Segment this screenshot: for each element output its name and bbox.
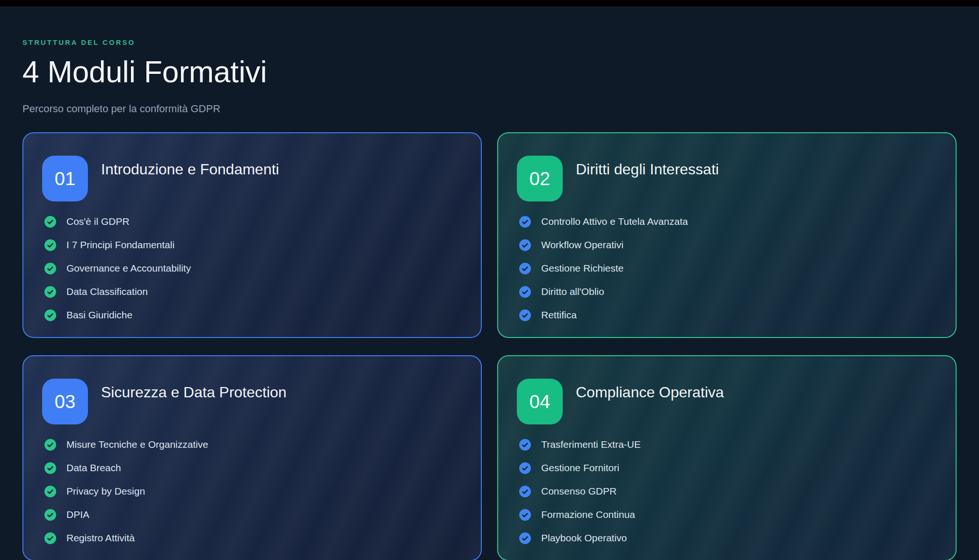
check-icon: [519, 239, 531, 251]
module-topic-row: Misure Tecniche e Organizzative: [44, 433, 462, 456]
module-topic-label: Trasferimenti Extra-UE: [541, 438, 641, 450]
module-topic-label: Data Classification: [66, 286, 148, 297]
module-topic-label: Misure Tecniche e Organizzative: [66, 438, 208, 450]
check-icon: [519, 486, 531, 497]
module-topic-row: I 7 Principi Fondamentali: [44, 233, 462, 257]
module-topic-label: DPIA: [66, 509, 89, 520]
module-topic-row: Formazione Continua: [519, 503, 937, 526]
check-icon: [519, 532, 531, 544]
check-icon: [44, 286, 56, 298]
module-topic-row: Gestione Richieste: [519, 257, 937, 280]
module-topic-label: I 7 Principi Fondamentali: [66, 239, 174, 251]
module-card-01: 01 Introduzione e Fondamenti Cos'è il GD…: [22, 132, 482, 338]
check-icon: [519, 216, 531, 228]
check-icon: [44, 532, 56, 544]
module-topic-row: Cos'è il GDPR: [44, 210, 462, 233]
check-icon: [519, 286, 531, 298]
module-topic-row: Trasferimenti Extra-UE: [519, 433, 937, 456]
page-title: 4 Moduli Formativi: [22, 54, 957, 90]
module-topic-label: Diritto all'Oblio: [541, 286, 604, 297]
module-number-badge: 04: [517, 379, 563, 424]
module-topic-row: Data Breach: [44, 456, 462, 480]
module-topic-label: Controllo Attivo e Tutela Avanzata: [541, 215, 688, 227]
module-topic-row: Registro Attività: [44, 526, 462, 550]
module-topic-label: Workflow Operativi: [541, 239, 624, 251]
module-topic-label: Governance e Accountability: [66, 262, 191, 274]
module-number-badge: 03: [42, 379, 88, 424]
module-topic-label: Playbook Operativo: [541, 532, 627, 544]
module-topic-label: Consenso GDPR: [541, 485, 616, 497]
module-topic-row: Controllo Attivo e Tutela Avanzata: [519, 210, 937, 233]
module-topic-label: Rettifica: [541, 309, 577, 321]
module-card-04: 04 Compliance Operativa Trasferimenti Ex…: [497, 355, 957, 560]
check-icon: [519, 509, 531, 521]
module-header: 04 Compliance Operativa: [517, 379, 937, 424]
check-icon: [519, 309, 531, 321]
module-topic-row: Playbook Operativo: [519, 526, 937, 550]
course-structure-section: STRUTTURA DEL CORSO 4 Moduli Formativi P…: [0, 7, 979, 560]
module-topic-row: Gestione Fornitori: [519, 456, 937, 480]
module-card-02: 02 Diritti degli Interessati Controllo A…: [497, 132, 957, 338]
module-topic-label: Cos'è il GDPR: [66, 215, 130, 227]
module-topic-label: Registro Attività: [66, 532, 135, 544]
module-topics-list: Controllo Attivo e Tutela Avanzata Workf…: [517, 210, 937, 327]
check-icon: [44, 239, 56, 251]
module-topic-row: Diritto all'Oblio: [519, 280, 937, 303]
module-header: 01 Introduzione e Fondamenti: [42, 156, 462, 201]
check-icon: [44, 509, 56, 521]
check-icon: [44, 263, 56, 274]
module-topic-label: Basi Giuridiche: [66, 309, 132, 321]
check-icon: [519, 439, 531, 451]
module-topic-row: Rettifica: [519, 303, 937, 327]
module-header: 03 Sicurezza e Data Protection: [42, 379, 462, 424]
page-subtitle: Percorso completo per la conformità GDPR: [22, 102, 957, 115]
module-topic-row: Workflow Operativi: [519, 233, 937, 257]
modules-grid: 01 Introduzione e Fondamenti Cos'è il GD…: [22, 132, 957, 560]
module-topic-row: Basi Giuridiche: [44, 303, 462, 327]
module-topic-label: Formazione Continua: [541, 509, 635, 520]
module-card-03: 03 Sicurezza e Data Protection Misure Te…: [22, 355, 482, 560]
module-number-badge: 01: [42, 156, 88, 201]
module-topic-row: Governance e Accountability: [44, 257, 462, 280]
module-topic-row: Privacy by Design: [44, 480, 462, 503]
module-title: Compliance Operativa: [576, 383, 724, 401]
module-topic-label: Privacy by Design: [66, 485, 145, 497]
check-icon: [44, 486, 56, 497]
check-icon: [44, 309, 56, 321]
top-black-bar: [0, 0, 979, 7]
module-title: Introduzione e Fondamenti: [101, 160, 279, 178]
check-icon: [44, 216, 56, 228]
check-icon: [44, 462, 56, 474]
module-number-badge: 02: [517, 156, 563, 201]
module-topic-row: Consenso GDPR: [519, 480, 937, 503]
check-icon: [519, 462, 531, 474]
module-title: Diritti degli Interessati: [576, 160, 719, 178]
check-icon: [519, 263, 531, 274]
module-header: 02 Diritti degli Interessati: [517, 156, 937, 201]
module-title: Sicurezza e Data Protection: [101, 383, 287, 401]
module-topic-row: Data Classification: [44, 280, 462, 303]
section-eyebrow: STRUTTURA DEL CORSO: [22, 38, 957, 47]
module-topics-list: Misure Tecniche e Organizzative Data Bre…: [42, 433, 462, 550]
module-topics-list: Trasferimenti Extra-UE Gestione Fornitor…: [517, 433, 937, 550]
module-topic-row: DPIA: [44, 503, 462, 526]
check-icon: [44, 439, 56, 451]
module-topic-label: Gestione Richieste: [541, 262, 624, 274]
module-topics-list: Cos'è il GDPR I 7 Principi Fondamentali …: [42, 210, 462, 327]
module-topic-label: Gestione Fornitori: [541, 462, 619, 474]
module-topic-label: Data Breach: [66, 462, 121, 474]
